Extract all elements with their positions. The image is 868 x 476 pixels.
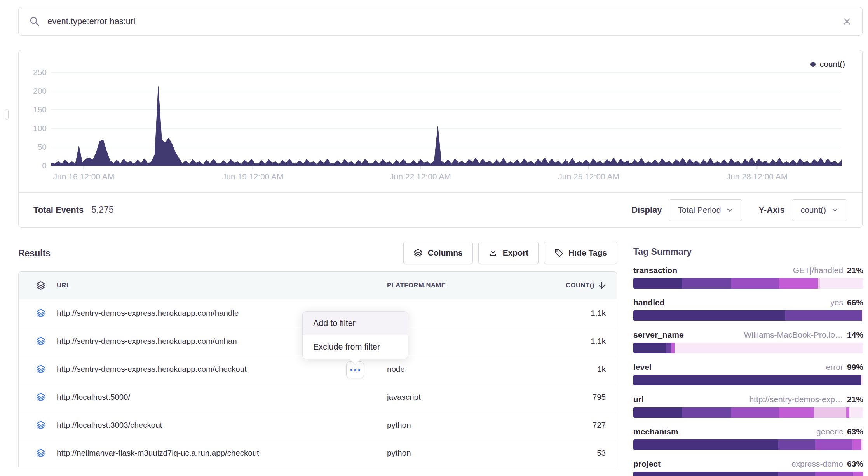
ellipsis-icon <box>354 369 356 371</box>
tag-bar-segment[interactable] <box>682 407 731 418</box>
tag-name: handled <box>633 298 665 307</box>
tag-bar-segment[interactable] <box>846 407 850 418</box>
svg-text:Jun 28 12:00 AM: Jun 28 12:00 AM <box>727 172 788 181</box>
tag-bar-segment[interactable] <box>633 310 785 321</box>
cell-actions-menu: Add to filter Exclude from filter <box>302 311 408 359</box>
tag-bar-segment[interactable] <box>633 278 682 289</box>
tag-distribution-bar[interactable] <box>633 310 863 321</box>
tag-bar-segment[interactable] <box>633 375 861 385</box>
export-button[interactable]: Export <box>478 242 539 264</box>
tag-bar-segment[interactable] <box>861 375 863 385</box>
tag-bar-segment[interactable] <box>633 343 666 353</box>
count-cell[interactable]: 1.1k <box>550 336 617 346</box>
tag-bar-segment[interactable] <box>852 439 861 450</box>
yaxis-select[interactable]: count() <box>792 199 847 221</box>
layers-icon <box>36 336 46 346</box>
chevron-down-icon <box>726 206 733 214</box>
tag-bar-segment[interactable] <box>731 407 779 418</box>
tag-bar-segment[interactable] <box>853 472 863 476</box>
tag-bar-segment[interactable] <box>861 439 863 450</box>
display-select[interactable]: Total Period <box>669 199 742 221</box>
tag-group: server_name Williams-MacBook-Pro.lo… 14% <box>633 330 863 353</box>
tag-distribution-bar[interactable] <box>633 472 863 476</box>
hide-tags-button[interactable]: Hide Tags <box>544 242 617 264</box>
count-cell[interactable]: 1.1k <box>550 308 617 318</box>
tag-distribution-bar[interactable] <box>633 343 863 353</box>
tag-bar-segment[interactable] <box>778 472 815 476</box>
tag-top-value: error <box>826 362 843 372</box>
svg-text:Jun 25 12:00 AM: Jun 25 12:00 AM <box>558 172 619 181</box>
chart-footer: Total Events 5,275 Display Total Period … <box>19 192 862 227</box>
tag-bar-segment[interactable] <box>633 472 778 476</box>
tag-bar-segment[interactable] <box>633 407 682 418</box>
tag-bar-segment[interactable] <box>666 343 671 353</box>
tag-bar-segment[interactable] <box>820 278 863 289</box>
url-cell[interactable]: http://neilmanvar-flask-m3uuizd7iq-uc.a.… <box>19 448 387 458</box>
columns-button[interactable]: Columns <box>403 242 473 264</box>
column-header-count[interactable]: COUNT() <box>550 281 617 290</box>
tag-bar-segment[interactable] <box>862 310 863 321</box>
tag-percentage: 63% <box>847 459 863 469</box>
platform-cell[interactable]: node <box>387 364 550 374</box>
ellipsis-icon <box>350 369 352 371</box>
sidebar-collapse-handle[interactable] <box>5 109 9 120</box>
tag-bar-segment[interactable] <box>785 310 862 321</box>
tag-summary-panel: Tag Summary transaction GET|/handled 21%… <box>633 247 863 476</box>
add-to-filter-item[interactable]: Add to filter <box>303 312 408 335</box>
events-chart-panel: count() 050100150200250Jun 16 12:00 AMJu… <box>18 50 863 228</box>
tag-bar-segment[interactable] <box>682 278 731 289</box>
tag-bar-segment[interactable] <box>814 407 846 418</box>
tag-bar-segment[interactable] <box>675 343 863 353</box>
url-value: http://neilmanvar-flask-m3uuizd7iq-uc.a.… <box>57 448 259 458</box>
display-label: Display <box>631 205 662 215</box>
count-cell[interactable]: 795 <box>550 392 617 402</box>
platform-cell[interactable]: python <box>387 420 550 430</box>
tag-bar-segment[interactable] <box>815 439 852 450</box>
url-value: http://sentry-demos-express.herokuapp.co… <box>57 308 239 318</box>
tag-bar-segment[interactable] <box>779 278 818 289</box>
tag-percentage: 21% <box>847 266 863 275</box>
count-cell[interactable]: 1k <box>550 364 617 374</box>
svg-text:250: 250 <box>33 68 47 77</box>
tag-distribution-bar[interactable] <box>633 439 863 450</box>
tag-bar-segment[interactable] <box>849 407 863 418</box>
chevron-down-icon <box>831 206 838 214</box>
tag-bar-segment[interactable] <box>731 278 779 289</box>
tag-distribution-bar[interactable] <box>633 407 863 418</box>
search-input[interactable] <box>47 16 835 26</box>
tag-bar-segment[interactable] <box>815 472 853 476</box>
legend-label: count() <box>820 60 845 69</box>
tag-percentage: 99% <box>847 362 863 372</box>
url-cell[interactable]: http://localhost:3003/checkout <box>19 420 387 430</box>
tag-percentage: 66% <box>847 298 863 307</box>
column-header-platform[interactable]: PLATFORM.NAME <box>387 282 550 289</box>
tag-top-value: Williams-MacBook-Pro.lo… <box>744 330 843 340</box>
tag-distribution-bar[interactable] <box>633 375 863 385</box>
tag-name: project <box>633 459 661 469</box>
tag-bar-segment[interactable] <box>633 439 778 450</box>
chart-legend[interactable]: count() <box>810 60 845 69</box>
layers-icon <box>36 364 46 374</box>
url-cell[interactable]: http://sentry-demos-express.herokuapp.co… <box>19 364 387 374</box>
tag-bar-segment[interactable] <box>671 343 675 353</box>
tag-bar-segment[interactable] <box>778 439 815 450</box>
svg-text:150: 150 <box>33 105 47 114</box>
platform-cell[interactable]: python <box>387 448 550 458</box>
count-cell[interactable]: 53 <box>550 448 617 458</box>
svg-text:Jun 16 12:00 AM: Jun 16 12:00 AM <box>53 172 115 181</box>
clear-search-icon[interactable] <box>842 16 852 26</box>
count-cell[interactable]: 727 <box>550 420 617 430</box>
url-cell[interactable]: http://localhost:5000/ <box>19 392 387 402</box>
url-value: http://sentry-demos-express.herokuapp.co… <box>57 336 237 346</box>
layers-icon <box>413 248 423 257</box>
column-header-url[interactable]: URL <box>19 280 387 290</box>
svg-text:50: 50 <box>38 142 47 151</box>
tag-bar-segment[interactable] <box>779 407 814 418</box>
svg-text:200: 200 <box>33 86 47 95</box>
tag-distribution-bar[interactable] <box>633 278 863 289</box>
tag-group: transaction GET|/handled 21% <box>633 266 863 289</box>
tag-top-value: http://sentry-demos-exp… <box>749 395 843 404</box>
search-bar <box>18 7 863 36</box>
tag-name: server_name <box>633 330 684 340</box>
platform-cell[interactable]: javascript <box>387 392 550 402</box>
